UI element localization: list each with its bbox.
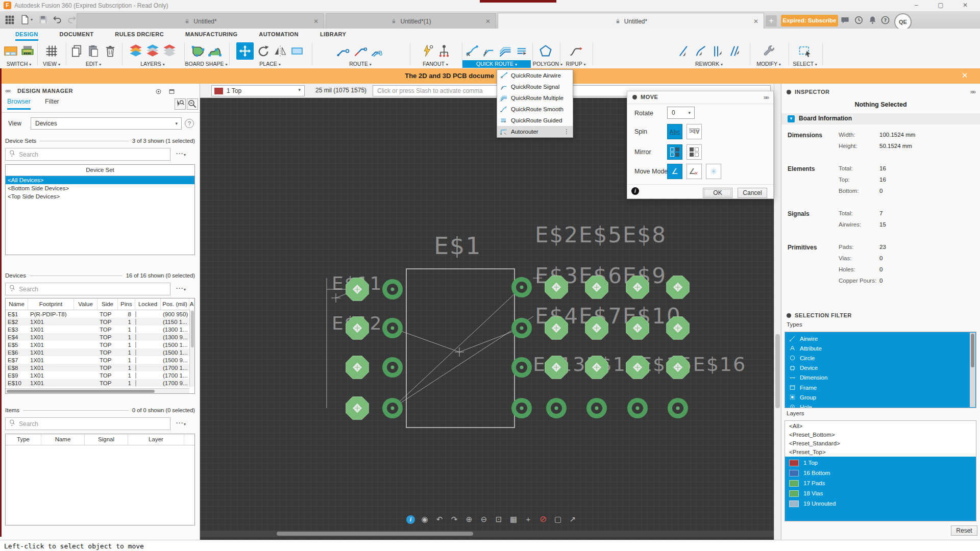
toolbar-group-label[interactable]: QUICK ROUTE ▾ (462, 60, 531, 68)
device-row-e9[interactable]: E$91X01TOP1(1700 1... (6, 371, 194, 379)
zoom-in-icon[interactable]: ⊕ (464, 514, 474, 525)
layer-row-16-bottom[interactable]: 16 Bottom (785, 468, 976, 478)
grid-view-icon[interactable] (44, 44, 59, 58)
ribbon-tab-library[interactable]: LIBRARY (320, 31, 346, 41)
layers-multi-icon[interactable] (129, 44, 143, 58)
toolbar-group-label[interactable]: REWORK ▾ (670, 60, 748, 68)
canvas-horizontal-scrollbar[interactable] (200, 531, 774, 537)
pad[interactable] (346, 278, 369, 300)
route-manual-icon[interactable] (336, 44, 351, 58)
device-row-e8[interactable]: E$81X01TOP1(1700 1... (6, 364, 194, 371)
expand-panel-icon[interactable]: »» (970, 88, 975, 95)
device-row-e3[interactable]: E$31X01TOP1(1300 1... (6, 325, 194, 333)
pad[interactable] (511, 318, 532, 338)
device-set-row[interactable]: <Bottom Side Devices> (6, 184, 194, 192)
ribbon-tab-document[interactable]: DOCUMENT (60, 31, 94, 41)
tab-close-icon[interactable]: ✕ (753, 18, 758, 25)
pin-icon[interactable] (155, 88, 162, 97)
device-set-row[interactable]: <Top Side Devices> (6, 192, 194, 201)
minimize-button[interactable]: – (909, 2, 924, 9)
save-icon[interactable] (38, 14, 50, 27)
app-grid-icon[interactable] (4, 14, 16, 27)
maximize-button[interactable]: ▢ (933, 2, 948, 9)
document-tab[interactable]: Untitled*(1)✕ (326, 13, 496, 29)
toolbar-group-label[interactable]: PLACE ▾ (230, 60, 310, 68)
device-row-e10[interactable]: E$101X01TOP1(1700 9... (6, 379, 194, 387)
more-options-icon[interactable]: ⋮ (564, 128, 570, 135)
column-header-value[interactable]: Value (74, 298, 97, 310)
pad[interactable] (586, 398, 607, 418)
ribbon-tab-design[interactable]: DESIGN (15, 31, 38, 41)
device-row-e6[interactable]: E$61X01TOP1(1500 1... (6, 348, 194, 356)
toolbar-group-label[interactable]: ROUTE ▾ (312, 60, 408, 68)
info-icon[interactable]: i (631, 187, 639, 195)
comments-icon[interactable] (840, 15, 850, 26)
locked-checkbox[interactable] (135, 319, 136, 325)
pad[interactable] (511, 357, 532, 378)
pad[interactable] (667, 276, 689, 298)
toolbar-group-label[interactable]: VIEW ▾ (39, 60, 64, 68)
toolbar-group-label[interactable]: POLYGON ▾ (533, 60, 558, 68)
toolbar-group-label[interactable]: EDIT ▾ (66, 60, 120, 68)
rework-arc-icon[interactable] (694, 44, 708, 58)
column-header-signal[interactable]: Signal (85, 434, 128, 445)
locked-checkbox[interactable] (135, 380, 136, 386)
toolbar-group-label[interactable]: RIPUP ▾ (560, 60, 591, 68)
qr-guided-icon[interactable] (515, 44, 529, 58)
crosshair-icon[interactable]: + (523, 514, 533, 525)
copy-icon[interactable] (69, 44, 84, 58)
pad[interactable] (382, 357, 403, 378)
filter-type-attribute[interactable]: Attribute (785, 343, 976, 353)
undo-icon[interactable] (52, 14, 64, 27)
locked-checkbox[interactable] (135, 334, 136, 340)
mirror-icon[interactable] (273, 44, 287, 58)
menu-item-quickroute-guided[interactable]: QuickRoute Guided (497, 115, 573, 126)
layer-row-1-top[interactable]: 1 Top (785, 458, 976, 468)
ripup-icon[interactable] (569, 44, 583, 58)
fanout-signal-icon[interactable] (420, 44, 434, 58)
devices-search-input[interactable]: Search (5, 283, 170, 295)
view-dropdown[interactable]: Devices ▾ (31, 117, 182, 130)
items-options-button[interactable]: ⋯▾ (176, 418, 196, 431)
help-icon[interactable]: ? (880, 15, 891, 26)
qr-airwire-icon[interactable] (464, 44, 479, 58)
pad[interactable] (511, 277, 532, 297)
layers-blue-icon[interactable] (145, 44, 160, 58)
file-new-icon[interactable] (19, 14, 32, 27)
pad[interactable] (382, 318, 403, 338)
qr-signal-icon[interactable] (481, 44, 496, 58)
qr-multiple-icon[interactable] (498, 44, 512, 58)
eye-icon[interactable]: ◉ (420, 514, 430, 525)
pad[interactable] (668, 398, 688, 418)
pad[interactable] (545, 276, 568, 298)
avatar[interactable]: QE (894, 13, 912, 31)
expand-dialog-icon[interactable]: »» (764, 94, 768, 101)
column-header-name[interactable]: Name (41, 434, 85, 445)
spin-keep-text-button[interactable]: Abc (667, 124, 682, 139)
rework-split-icon[interactable] (710, 44, 725, 58)
filter-type-airwire[interactable]: Airwire (785, 334, 976, 343)
filter-type-dimension[interactable]: Dimension (785, 373, 976, 383)
column-header-type[interactable]: Type (6, 434, 41, 445)
expired-subscribe-button[interactable]: Expired: Subscribe Now (781, 15, 838, 27)
layer-preset-preset_standard[interactable]: <Preset_Standard> (785, 439, 976, 448)
device-sets-search-input[interactable]: Search (5, 148, 170, 161)
types-scrollbar[interactable] (970, 333, 975, 407)
layer-selector-dropdown[interactable]: 1 Top ▾ (211, 85, 305, 96)
move-mode-angle-button[interactable]: ∠ (667, 164, 682, 179)
rework-line-icon[interactable] (677, 44, 691, 58)
new-tab-button[interactable]: + (766, 15, 777, 27)
menu-item-quickroute-smooth[interactable]: QuickRoute Smooth (497, 104, 573, 115)
pad[interactable] (346, 356, 369, 379)
pad[interactable] (382, 398, 403, 418)
device-set-row[interactable]: <All Devices> (6, 176, 194, 184)
device-row-e5[interactable]: E$51X01TOP1(1500 1... (6, 341, 194, 348)
paste-icon[interactable] (86, 44, 101, 58)
column-header-layer[interactable]: Layer (128, 434, 184, 445)
close-button[interactable]: ✕ (958, 2, 973, 9)
banner-close-icon[interactable]: ✕ (962, 71, 968, 80)
pad[interactable] (585, 317, 608, 339)
zoom-out-icon[interactable] (187, 98, 198, 110)
toolbar-group-label[interactable]: LAYERS ▾ (122, 60, 183, 68)
view-help-icon[interactable]: ? (185, 119, 194, 128)
